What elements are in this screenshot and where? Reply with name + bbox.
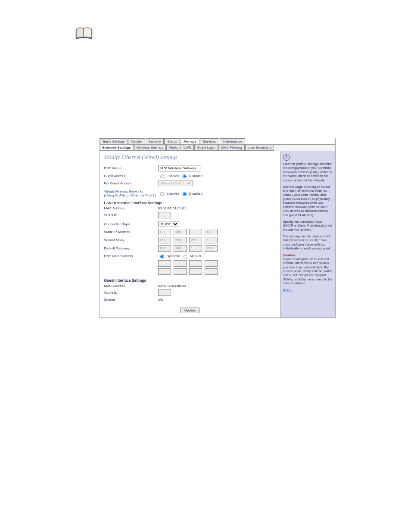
guest-access-label: Guest Access [104,174,158,178]
for-guest-access-label: For Guest Access [104,181,158,185]
dns1-oct3 [189,260,202,267]
book-icon [75,26,93,40]
guest-mac-label: MAC Address [104,284,158,288]
tab-security[interactable]: Security [146,138,164,144]
help-p2: Use this page to configure Guest and Int… [283,185,333,217]
more-link[interactable]: More ... [283,288,294,292]
guest-section-header: Guest Interface Settings [104,278,276,283]
guest-access-enabled-radio[interactable] [160,174,164,178]
guest-subnet-label: Subnet [104,298,158,302]
subtab-guest-login[interactable]: Guest Login [194,145,218,151]
subtab-wireless-settings[interactable]: Wireless Settings [134,145,166,151]
lan-vlan-input [158,212,171,218]
lan-mac-value: 00:02:B3:01:01:01 [158,206,186,210]
subnet-oct2 [174,237,187,243]
caution-label: Caution: [283,253,296,257]
help-p1: Ethernet (Wired) settings describe the c… [283,162,333,182]
settings-screenshot: Basic Settings Cluster Security Status M… [100,138,336,318]
gateway-oct3 [189,245,202,252]
dns2-oct2 [174,268,187,275]
dns-manual-label: Manual [190,254,201,258]
vwn-label-line2: (Using VLANs on Ethernet Port 1) [104,193,158,197]
tab-cluster[interactable]: Cluster [128,138,145,144]
help-p3: Specify the connection type (DHCP or Sta… [283,220,333,232]
caution-text: If you reconfigure the Guest and Interna… [283,257,333,285]
vwn-disabled-radio[interactable] [183,192,187,196]
guest-vlan-label: VLAN ID [104,291,158,295]
vwn-enabled-radio[interactable] [160,192,164,196]
tab-manage[interactable]: Manage [181,138,199,144]
gateway-oct2 [174,245,187,252]
subtab-load-balancing[interactable]: Load Balancing [245,145,274,151]
vwn-disabled-label: Disabled [189,192,202,196]
vwn-label-line1: Virtual Wireless Networks [104,190,158,193]
dns1-oct1 [158,260,171,267]
help-panel: ? Ethernet (Wired) settings describe the… [280,151,335,317]
subtab-ethernet-settings[interactable]: Ethernet Settings [100,145,134,151]
dns-name-label: DNS Name [104,166,158,170]
subnet-oct1 [158,237,171,243]
guest-mac-value: 00:00:00:00:00:00 [158,284,186,288]
help-p4: The settings on this page are not shared… [283,234,333,251]
vwn-enabled-label: Enabled [167,192,179,196]
guest-vlan-input [158,289,171,296]
dns-dynamic-radio[interactable] [160,255,164,258]
subtab-mac-filtering[interactable]: MAC Filtering [218,145,244,151]
primary-tabs: Basic Settings Cluster Security Status M… [100,138,335,145]
subnet-mask-label: Subnet Mask [104,238,158,242]
gateway-oct1 [158,245,171,252]
static-ip-oct2 [174,229,187,235]
tab-services[interactable]: Services [200,138,219,144]
dns-name-input[interactable] [158,165,200,171]
for-guest-access-select: Ethernet Port 2 [158,180,193,186]
subnet-oct4 [205,237,218,243]
dns1-oct4 [205,260,218,267]
secondary-tabs: Ethernet Settings Wireless Settings Radi… [100,145,335,151]
help-icon: ? [283,154,290,161]
update-button[interactable]: Update [181,308,199,313]
static-ip-oct1 [158,229,171,235]
dns-nameservers-label: DNS Nameservers [104,254,158,258]
guest-access-disabled-radio[interactable] [183,174,187,178]
lan-section-header: LAN or Internal Interface Settings [104,201,276,205]
dns-manual-radio[interactable] [184,255,187,258]
subnet-oct3 [189,237,202,243]
tab-basic-settings[interactable]: Basic Settings [100,138,128,144]
dns1-oct2 [174,260,187,267]
guest-access-disabled-label: Disabled [189,174,202,178]
static-ip-oct4 [205,229,218,235]
dns2-oct3 [189,268,202,275]
lan-mac-label: MAC Address [104,206,158,210]
gateway-label: Default Gateway [104,246,158,250]
gateway-oct4 [205,245,218,252]
static-ip-label: Static IP Address [104,230,158,234]
dns2-oct1 [158,268,171,275]
guest-access-enabled-label: Enabled [167,174,179,178]
lan-vlan-label: VLAN ID [104,213,158,217]
page-title: Modify Ethernet (Wired) settings [104,154,276,161]
conn-type-label: Connection Type [104,222,158,226]
main-panel: Modify Ethernet (Wired) settings DNS Nam… [100,151,280,317]
tab-status[interactable]: Status [164,138,180,144]
tab-maintenance[interactable]: Maintenance [220,138,246,144]
dns2-oct4 [205,268,218,275]
dns-dynamic-label: Dynamic [167,254,180,258]
subtab-radio[interactable]: Radio [166,145,181,151]
static-ip-oct3 [189,229,202,235]
guest-subnet-value: n/a [158,298,163,302]
conn-type-select[interactable]: DHCP [158,221,179,227]
subtab-vwn[interactable]: VWN [181,145,194,151]
